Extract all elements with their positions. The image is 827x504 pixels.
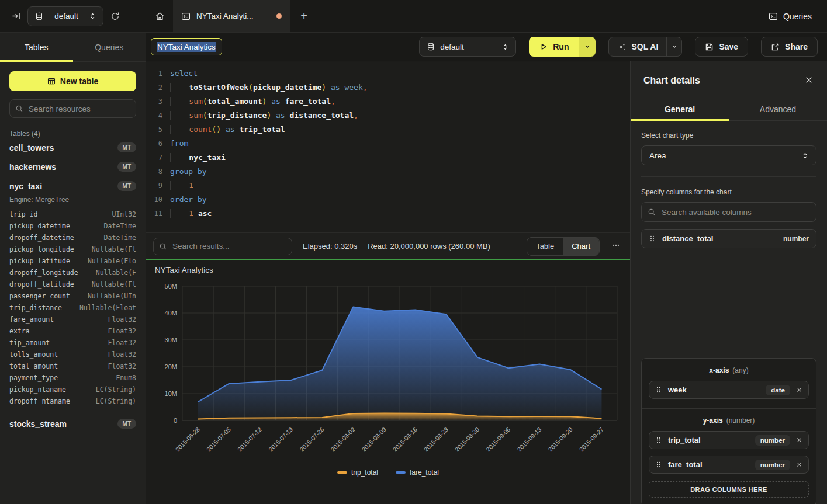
chevron-updown-icon [89, 12, 96, 20]
toolbar-database-value: default [440, 43, 464, 51]
results-search-input[interactable] [153, 238, 292, 255]
code-line: 11 1 asc [146, 207, 630, 221]
sql-editor[interactable]: 1select2 toStartOfWeek(pickup_datetime) … [146, 62, 630, 232]
available-columns-list: distance_totalnumber [641, 229, 816, 248]
legend-marker [337, 471, 347, 474]
terminal-icon [181, 12, 191, 21]
column-name: dropoff_ntaname [9, 397, 70, 405]
sidebar-tab-queries[interactable]: Queries [73, 33, 146, 61]
table-row-hackernews[interactable]: hackernewsMT [9, 157, 136, 176]
tab-general[interactable]: General [631, 98, 729, 120]
query-tab[interactable]: NYTaxi Analyti... [173, 0, 290, 32]
share-label: Share [785, 42, 808, 51]
chart-type-label: Select chart type [641, 131, 816, 140]
close-panel-button[interactable] [805, 76, 813, 86]
drag-handle-icon [655, 386, 662, 394]
query-title-input[interactable]: NYTaxi Analytics [151, 38, 222, 55]
divider [642, 408, 816, 409]
run-button[interactable]: Run [529, 37, 579, 57]
queries-button-label: Queries [783, 12, 812, 21]
chart-title: NYTaxi Analytics [155, 266, 213, 274]
refresh-icon [110, 12, 120, 21]
line-number: 1 [146, 67, 170, 81]
drag-handle-icon [655, 436, 662, 444]
column-name: pickup_longitude [9, 245, 74, 253]
column-type: DateTime [104, 234, 136, 242]
sidebar-tab-tables[interactable]: Tables [0, 33, 73, 61]
x-axis-label: x-axis [709, 366, 729, 374]
svg-text:0: 0 [174, 417, 177, 424]
column-row: payment_typeEnum8 [9, 372, 136, 384]
column-name: trip_id [9, 210, 37, 218]
code-line: 1select [146, 67, 630, 81]
chart-canvas[interactable]: 010M20M30M40M50M2015-06-282015-07-052015… [146, 260, 630, 504]
table-row-stocks_stream[interactable]: stocks_streamMT [9, 414, 136, 433]
legend-item-trip_total[interactable]: trip_total [337, 468, 378, 477]
sparkle-icon [617, 43, 626, 51]
table-name: hackernews [9, 162, 56, 172]
table-engine-badge: MT [117, 419, 136, 429]
sql-ai-button[interactable]: SQL AI [609, 37, 666, 56]
view-toggle-table[interactable]: Table [527, 238, 563, 255]
remove-column-button[interactable] [796, 461, 802, 468]
queries-button[interactable]: Queries [769, 12, 812, 21]
query-title-selected-text: NYTaxi Analytics [157, 42, 216, 52]
available-column-distance_total[interactable]: distance_totalnumber [641, 229, 816, 248]
line-number: 8 [146, 165, 170, 179]
legend-item-fare_total[interactable]: fare_total [396, 468, 439, 477]
table-row-cell_towers[interactable]: cell_towersMT [9, 138, 136, 157]
x-axis-tick-label: 2015-08-02 [329, 426, 357, 453]
axis-column-name: week [668, 385, 760, 394]
run-options-button[interactable] [579, 37, 596, 57]
code-line: 7 nyc_taxi [146, 151, 630, 165]
y-axis-item-fare_total[interactable]: fare_totalnumber [649, 456, 809, 474]
collapse-sidebar-button[interactable] [12, 12, 20, 20]
x-axis-tick-label: 2015-07-19 [267, 426, 295, 453]
columns-search [641, 202, 816, 222]
columns-search-input[interactable] [641, 202, 816, 222]
database-selector[interactable]: default [27, 6, 103, 26]
remove-column-button[interactable] [796, 437, 802, 443]
toolbar-database-selector[interactable]: default [419, 37, 516, 57]
tab-advanced[interactable]: Advanced [729, 98, 827, 120]
sql-console-app: default NYTaxi Analyti.. [0, 0, 827, 504]
y-axis-item-trip_total[interactable]: trip_totalnumber [649, 431, 809, 449]
more-options-button[interactable] [610, 240, 622, 252]
save-button[interactable]: Save [695, 37, 748, 57]
line-number: 4 [146, 109, 170, 123]
refresh-button[interactable] [110, 12, 120, 21]
table-row-nyc_taxi[interactable]: nyc_taxiMT [9, 176, 136, 196]
view-toggle-chart[interactable]: Chart [563, 238, 599, 255]
column-name: fare_amount [9, 315, 54, 324]
column-name: passenger_count [9, 292, 70, 300]
column-name: dropoff_longitude [9, 269, 78, 277]
chart-details-title: Chart details [643, 75, 700, 86]
code-line: 4 sum(trip_distance) as distance_total, [146, 109, 630, 123]
home-button[interactable] [146, 0, 173, 32]
column-name: trip_distance [9, 304, 62, 312]
line-number: 5 [146, 123, 170, 137]
divider [641, 347, 816, 347]
x-axis-tick-label: 2015-08-09 [360, 426, 387, 453]
new-table-button[interactable]: New table [9, 71, 136, 91]
new-table-label: New table [60, 77, 98, 86]
tables-section-label: Tables (4) [9, 130, 136, 138]
x-axis-tick-label: 2015-06-28 [174, 426, 202, 453]
view-toggle: Table Chart [527, 237, 600, 256]
svg-text:30M: 30M [165, 336, 177, 343]
sidebar-content: New table Tables (4) cell_towersMThacker… [0, 62, 146, 504]
column-row: pickup_datetimeDateTime [9, 220, 136, 232]
chart-type-select[interactable]: Area [641, 145, 816, 165]
column-row: dropoff_latitudeNullable(Fl [9, 279, 136, 290]
sql-ai-options-button[interactable] [666, 37, 681, 56]
legend-marker [396, 471, 406, 474]
remove-column-button[interactable] [796, 387, 802, 393]
column-name: tolls_amount [9, 350, 58, 359]
table-name: stocks_stream [9, 419, 67, 429]
resource-search-input[interactable] [9, 99, 136, 118]
x-axis-item-week[interactable]: weekdate [649, 381, 809, 399]
share-button[interactable]: Share [761, 37, 818, 57]
active-tab-underline [0, 60, 73, 62]
new-tab-button[interactable]: + [290, 0, 318, 32]
drop-zone[interactable]: DRAG COLUMNS HERE [649, 481, 809, 498]
